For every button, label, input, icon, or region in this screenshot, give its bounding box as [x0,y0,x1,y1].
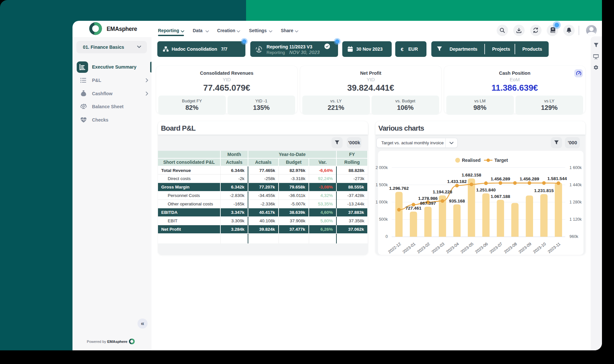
svg-text:1.456.289: 1.456.289 [491,176,510,181]
svg-text:1.278.986: 1.278.986 [418,196,438,201]
svg-text:1.231.815: 1.231.815 [534,188,554,193]
svg-text:867.397: 867.397 [420,201,436,206]
svg-text:1.433.182: 1.433.182 [447,179,467,184]
svg-text:2023-08: 2023-08 [503,241,518,254]
svg-text:2023-02: 2023-02 [416,241,431,254]
svg-text:Target: Target [494,158,508,163]
svg-text:1.581.544: 1.581.544 [547,176,567,181]
svg-text:0: 0 [385,234,388,239]
svg-text:1 600k: 1 600k [569,165,582,170]
svg-text:2023-03: 2023-03 [431,241,445,254]
svg-text:1 120k: 1 120k [569,217,582,222]
svg-text:1.067.188: 1.067.188 [491,194,511,199]
svg-text:2022-12: 2022-12 [387,241,402,254]
svg-text:Realised: Realised [462,158,481,163]
svg-text:1.251.840: 1.251.840 [476,188,496,192]
svg-text:935.168: 935.168 [449,199,465,203]
svg-text:1.456.289: 1.456.289 [520,176,539,181]
svg-text:1.194.228: 1.194.228 [433,189,452,194]
svg-text:2 000k: 2 000k [375,165,388,170]
svg-text:1 500k: 1 500k [375,183,388,187]
svg-text:2023-11: 2023-11 [547,241,561,254]
svg-text:500k: 500k [379,217,388,222]
svg-text:1 000k: 1 000k [375,200,388,204]
svg-text:2023-05: 2023-05 [460,241,474,254]
svg-text:1 280k: 1 280k [569,200,582,204]
svg-text:2023-01: 2023-01 [402,241,416,254]
svg-text:1.296.762: 1.296.762 [389,186,409,191]
svg-text:960k: 960k [569,234,579,239]
svg-text:1.682.158: 1.682.158 [462,173,481,177]
svg-text:727.461: 727.461 [406,206,422,211]
svg-text:2023-06: 2023-06 [474,241,489,254]
svg-text:1 440k: 1 440k [569,183,582,187]
svg-text:2023-10: 2023-10 [532,241,547,254]
svg-text:2023-09: 2023-09 [518,241,532,254]
svg-text:2023-04: 2023-04 [445,241,460,254]
svg-text:2023-07: 2023-07 [489,241,503,254]
